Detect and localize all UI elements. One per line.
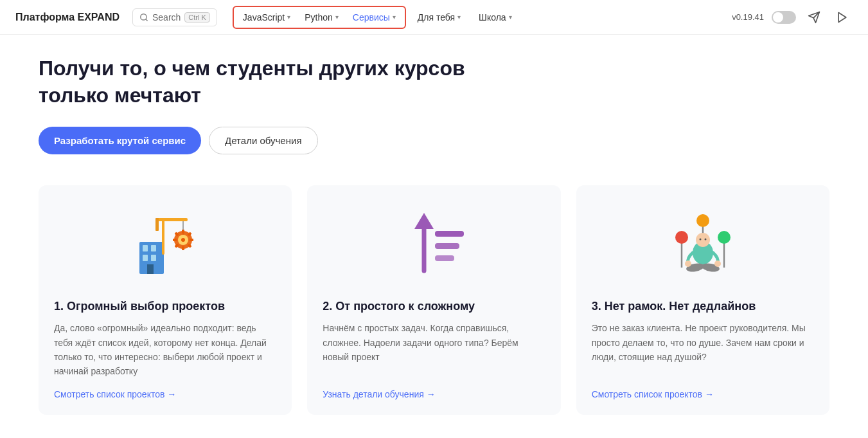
card2-title: 2. От простого к сложному xyxy=(323,300,545,313)
svg-rect-10 xyxy=(147,264,154,274)
chevron-down-icon: ▾ xyxy=(457,14,461,21)
version-badge: v0.19.41 xyxy=(732,12,764,22)
nav-item-for-you[interactable]: Для тебя ▾ xyxy=(411,8,467,26)
svg-marker-27 xyxy=(414,213,434,229)
search-box[interactable]: Search Ctrl K xyxy=(132,8,217,26)
card-freedom: 3. Нет рамок. Нет дедлайнов Это не заказ… xyxy=(576,185,829,415)
svg-point-34 xyxy=(718,231,731,244)
chevron-down-icon: ▾ xyxy=(393,14,396,21)
card1-title: 1. Огромный выбор проектов xyxy=(54,300,276,313)
svg-rect-18 xyxy=(182,230,184,233)
hero-title: Получи то, о чем студенты других курсов … xyxy=(39,55,488,109)
chevron-down-icon: ▾ xyxy=(509,14,512,21)
svg-rect-7 xyxy=(151,245,156,251)
cards-row: 1. Огромный выбор проектов Да, слово «ог… xyxy=(39,185,829,415)
svg-rect-30 xyxy=(435,255,454,261)
svg-rect-11 xyxy=(162,219,164,255)
svg-marker-4 xyxy=(838,12,846,22)
svg-rect-29 xyxy=(435,243,459,249)
nav-right: v0.19.41 xyxy=(732,7,853,28)
card-icon-meditation xyxy=(592,203,814,287)
nav-item-python[interactable]: Python ▾ xyxy=(298,8,345,26)
btn-develop[interactable]: Разработать крутой сервис xyxy=(39,127,201,154)
card3-link[interactable]: Смотреть список проектов → xyxy=(592,389,814,399)
youtube-icon[interactable] xyxy=(832,7,853,28)
navbar: Платформа EXPAND Search Ctrl K JavaScrip… xyxy=(0,0,868,35)
svg-point-43 xyxy=(685,260,691,267)
card-progression: 2. От простого к сложному Начнём с прост… xyxy=(307,185,560,415)
svg-rect-8 xyxy=(143,255,148,261)
nav-item-javascript[interactable]: JavaScript ▾ xyxy=(236,8,297,26)
search-shortcut: Ctrl K xyxy=(184,12,210,23)
logo: Платформа EXPAND xyxy=(15,12,120,23)
main-content: Получи то, о чем студенты других курсов … xyxy=(0,35,868,435)
svg-point-32 xyxy=(675,231,688,244)
card1-desc: Да, слово «огромный» идеально подходит: … xyxy=(54,321,276,379)
card-icon-construction xyxy=(54,203,276,287)
svg-point-44 xyxy=(714,260,721,267)
svg-rect-28 xyxy=(435,231,464,237)
card-icon-arrow-list xyxy=(323,203,545,287)
chevron-down-icon: ▾ xyxy=(287,14,290,21)
telegram-icon[interactable] xyxy=(804,7,824,28)
card2-desc: Начнём с простых задач. Когда справишься… xyxy=(323,321,545,379)
svg-rect-13 xyxy=(155,218,159,231)
svg-point-40 xyxy=(704,239,706,241)
nav-item-services[interactable]: Сервисы ▾ xyxy=(346,8,402,26)
svg-point-17 xyxy=(181,238,185,242)
svg-point-38 xyxy=(696,233,710,247)
card-projects: 1. Огромный выбор проектов Да, слово «ог… xyxy=(39,185,292,415)
card2-link[interactable]: Узнать детали обучения → xyxy=(323,389,545,399)
card3-desc: Это не заказ клиента. Не проект руководи… xyxy=(592,321,814,379)
card3-title: 3. Нет рамок. Нет дедлайнов xyxy=(592,300,814,313)
search-label: Search xyxy=(152,12,181,23)
svg-rect-19 xyxy=(182,246,184,250)
nav-item-school[interactable]: Школа ▾ xyxy=(472,8,518,26)
svg-line-1 xyxy=(146,19,148,21)
svg-point-39 xyxy=(699,239,701,241)
theme-toggle[interactable] xyxy=(772,11,796,24)
card1-link[interactable]: Смотреть список проектов → xyxy=(54,389,276,399)
svg-rect-21 xyxy=(190,239,193,241)
chevron-down-icon: ▾ xyxy=(335,14,339,21)
hero-buttons: Разработать крутой сервис Детали обучени… xyxy=(39,127,829,154)
search-icon xyxy=(139,13,148,22)
svg-point-36 xyxy=(696,214,709,227)
svg-rect-6 xyxy=(143,245,148,251)
svg-rect-12 xyxy=(155,218,188,221)
nav-group-highlighted: JavaScript ▾ Python ▾ Сервисы ▾ xyxy=(233,6,406,29)
btn-details[interactable]: Детали обучения xyxy=(209,127,317,154)
svg-rect-20 xyxy=(173,239,177,241)
svg-rect-9 xyxy=(151,255,156,261)
